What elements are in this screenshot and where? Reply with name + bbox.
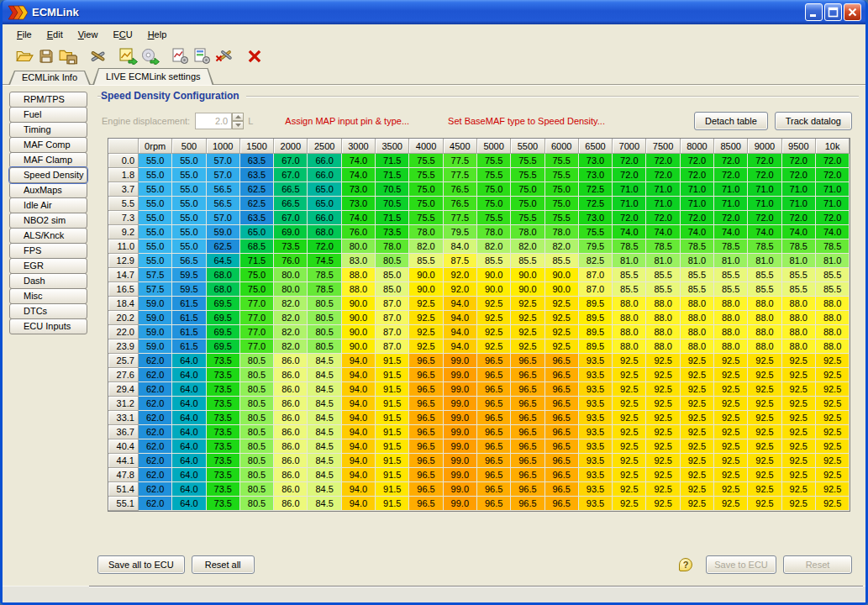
table-cell[interactable]: 92.5 bbox=[646, 468, 680, 482]
table-cell[interactable]: 78.5 bbox=[613, 239, 646, 254]
table-cell[interactable]: 96.5 bbox=[511, 454, 544, 468]
table-cell[interactable]: 99.0 bbox=[444, 382, 477, 397]
table-cell[interactable]: 61.5 bbox=[172, 339, 206, 354]
table-cell[interactable]: 92.5 bbox=[613, 368, 646, 382]
table-cell[interactable]: 70.5 bbox=[376, 197, 409, 211]
table-cell[interactable]: 85.5 bbox=[477, 254, 511, 268]
table-cell[interactable]: 72.0 bbox=[816, 154, 850, 168]
row-header[interactable]: 44.1 bbox=[108, 454, 139, 468]
table-cell[interactable]: 84.5 bbox=[308, 482, 341, 497]
col-header[interactable]: 10k bbox=[816, 139, 850, 154]
table-cell[interactable]: 72.0 bbox=[646, 211, 680, 225]
table-cell[interactable]: 92.5 bbox=[714, 425, 748, 439]
table-cell[interactable]: 64.5 bbox=[207, 254, 240, 268]
table-cell[interactable]: 71.0 bbox=[646, 182, 680, 197]
table-cell[interactable]: 92.5 bbox=[816, 397, 850, 411]
table-cell[interactable]: 96.5 bbox=[477, 354, 511, 368]
table-cell[interactable]: 91.5 bbox=[376, 354, 409, 368]
table-cell[interactable]: 92.5 bbox=[646, 425, 680, 439]
table-cell[interactable]: 74.0 bbox=[748, 225, 781, 239]
table-cell[interactable]: 96.5 bbox=[545, 497, 579, 511]
table-cell[interactable]: 83.0 bbox=[342, 254, 376, 268]
table-cell[interactable]: 91.5 bbox=[376, 425, 409, 439]
engine-displacement-stepper[interactable] bbox=[232, 113, 244, 129]
title-bar[interactable]: ECMLink bbox=[3, 0, 865, 24]
table-cell[interactable]: 71.0 bbox=[782, 182, 816, 197]
row-header[interactable]: 23.9 bbox=[108, 339, 139, 354]
table-cell[interactable]: 72.0 bbox=[714, 154, 748, 168]
table-cell[interactable]: 55.0 bbox=[139, 211, 172, 225]
table-cell[interactable]: 78.0 bbox=[511, 225, 544, 239]
col-header[interactable]: 6000 bbox=[545, 139, 579, 154]
table-cell[interactable]: 96.5 bbox=[511, 468, 544, 482]
table-cell[interactable]: 96.5 bbox=[409, 454, 443, 468]
tab-ecmlink-info[interactable]: ECMLink Info bbox=[8, 71, 91, 85]
row-header[interactable]: 22.0 bbox=[108, 325, 139, 339]
table-cell[interactable]: 94.0 bbox=[342, 354, 376, 368]
table-cell[interactable]: 78.5 bbox=[816, 239, 850, 254]
table-cell[interactable]: 73.5 bbox=[207, 411, 240, 425]
table-cell[interactable]: 55.0 bbox=[172, 211, 206, 225]
table-cell[interactable]: 87.0 bbox=[376, 297, 409, 311]
table-cell[interactable]: 92.5 bbox=[714, 411, 748, 425]
table-cell[interactable]: 72.0 bbox=[714, 168, 748, 182]
table-cell[interactable]: 99.0 bbox=[444, 368, 477, 382]
table-cell[interactable]: 62.0 bbox=[139, 468, 172, 482]
table-cell[interactable]: 92.5 bbox=[477, 339, 511, 354]
table-cell[interactable]: 71.0 bbox=[646, 197, 680, 211]
table-cell[interactable]: 78.5 bbox=[308, 282, 341, 297]
col-header[interactable]: 2500 bbox=[308, 139, 341, 154]
table-cell[interactable]: 81.0 bbox=[714, 254, 748, 268]
table-cell[interactable]: 64.0 bbox=[172, 382, 206, 397]
table-cell[interactable]: 86.0 bbox=[274, 468, 308, 482]
table-cell[interactable]: 93.5 bbox=[579, 354, 613, 368]
table-cell[interactable]: 88.0 bbox=[782, 297, 816, 311]
table-cell[interactable]: 94.0 bbox=[342, 382, 376, 397]
table-cell[interactable]: 55.0 bbox=[139, 168, 172, 182]
sidebar-item-dash[interactable]: Dash bbox=[9, 273, 87, 289]
table-cell[interactable]: 75.5 bbox=[477, 168, 511, 182]
table-cell[interactable]: 76.5 bbox=[444, 197, 477, 211]
save-to-ecu-button[interactable]: Save to ECU bbox=[706, 555, 776, 574]
table-cell[interactable]: 85.5 bbox=[646, 282, 680, 297]
table-cell[interactable]: 88.0 bbox=[816, 297, 850, 311]
row-header[interactable]: 3.7 bbox=[108, 182, 139, 197]
table-cell[interactable]: 96.5 bbox=[545, 354, 579, 368]
table-cell[interactable]: 56.5 bbox=[207, 197, 240, 211]
table-cell[interactable]: 90.0 bbox=[342, 311, 376, 325]
table-cell[interactable]: 88.0 bbox=[816, 311, 850, 325]
table-cell[interactable]: 68.0 bbox=[207, 268, 240, 282]
table-cell[interactable]: 62.0 bbox=[139, 454, 172, 468]
table-cell[interactable]: 94.0 bbox=[444, 325, 477, 339]
table-cell[interactable]: 85.5 bbox=[714, 282, 748, 297]
sidebar-item-idle-air[interactable]: Idle Air bbox=[9, 197, 87, 213]
table-cell[interactable]: 82.0 bbox=[511, 239, 544, 254]
table-cell[interactable]: 71.5 bbox=[240, 254, 274, 268]
table-cell[interactable]: 90.0 bbox=[409, 268, 443, 282]
table-cell[interactable]: 66.5 bbox=[274, 182, 308, 197]
sidebar-item-auxmaps[interactable]: AuxMaps bbox=[9, 182, 87, 198]
table-cell[interactable]: 71.5 bbox=[376, 168, 409, 182]
table-cell[interactable]: 86.0 bbox=[274, 497, 308, 511]
table-cell[interactable]: 96.5 bbox=[477, 497, 511, 511]
table-cell[interactable]: 92.5 bbox=[681, 354, 714, 368]
row-header[interactable]: 12.9 bbox=[108, 254, 139, 268]
table-cell[interactable]: 80.0 bbox=[342, 239, 376, 254]
table-cell[interactable]: 96.5 bbox=[511, 411, 544, 425]
table-cell[interactable]: 55.0 bbox=[139, 182, 172, 197]
table-cell[interactable]: 94.0 bbox=[342, 497, 376, 511]
sidebar-item-egr[interactable]: EGR bbox=[9, 258, 87, 274]
table-cell[interactable]: 61.5 bbox=[172, 325, 206, 339]
table-cell[interactable]: 92.5 bbox=[782, 411, 816, 425]
table-cell[interactable]: 84.5 bbox=[308, 368, 341, 382]
row-header[interactable]: 5.5 bbox=[108, 197, 139, 211]
table-cell[interactable]: 90.0 bbox=[511, 282, 544, 297]
table-cell[interactable]: 93.5 bbox=[579, 425, 613, 439]
col-header[interactable]: 5500 bbox=[511, 139, 544, 154]
table-cell[interactable]: 84.5 bbox=[308, 397, 341, 411]
table-cell[interactable]: 96.5 bbox=[409, 382, 443, 397]
table-cell[interactable]: 72.0 bbox=[646, 168, 680, 182]
table-cell[interactable]: 96.5 bbox=[409, 439, 443, 454]
table-cell[interactable]: 86.0 bbox=[274, 439, 308, 454]
table-cell[interactable]: 93.5 bbox=[579, 382, 613, 397]
